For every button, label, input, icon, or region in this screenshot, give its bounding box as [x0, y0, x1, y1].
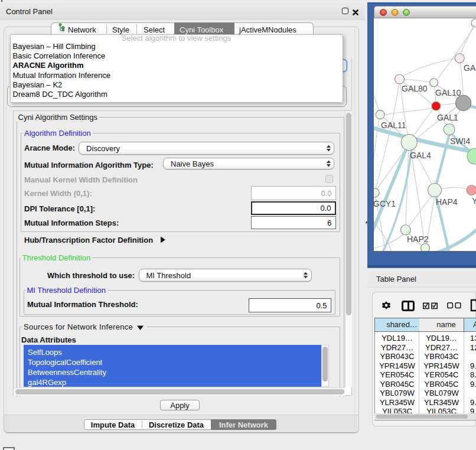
svg-text:HAP2: HAP2: [407, 234, 429, 244]
svg-text:GAL80: GAL80: [402, 84, 428, 93]
svg-text:GCY1: GCY1: [374, 199, 396, 208]
svg-text:GAL11: GAL11: [381, 120, 406, 130]
svg-text:SWI4: SWI4: [450, 136, 470, 146]
svg-text:GAL4: GAL4: [410, 151, 431, 160]
svg-text:GAL7: GAL7: [464, 63, 476, 73]
svg-text:GAL10: GAL10: [435, 88, 461, 97]
svg-text:HAP4: HAP4: [436, 197, 458, 207]
svg-text:YEL0: YEL0: [472, 196, 476, 206]
svg-text:GAL1: GAL1: [437, 113, 458, 122]
